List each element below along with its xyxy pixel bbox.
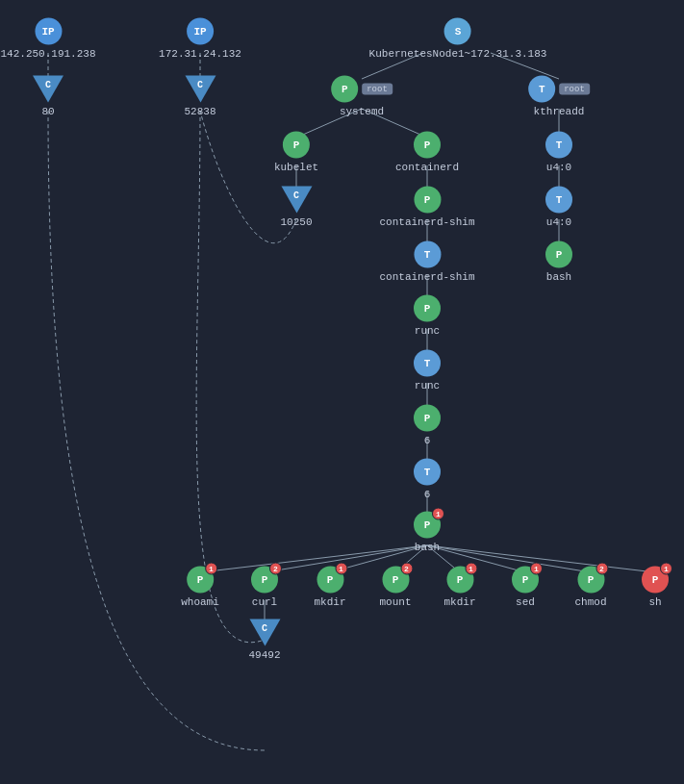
kubelet-label: kubelet xyxy=(274,162,318,173)
c52838-label: 52838 xyxy=(184,106,215,117)
c80-label: 80 xyxy=(41,106,54,117)
ip2-node: IP 172.31.24.132 xyxy=(159,18,241,60)
mkdir1-alert: 1 xyxy=(335,563,347,575)
runc-p-label: runc xyxy=(415,325,440,337)
c10250-node: C 10250 xyxy=(280,187,312,228)
curl-circle: P 2 xyxy=(251,567,278,594)
sh-label: sh xyxy=(648,596,661,608)
kubelet-circle: P xyxy=(283,132,310,159)
server-node: S KubernetesNode1~172.31.3.183 xyxy=(369,18,547,60)
containerd-node: P containerd xyxy=(395,132,459,173)
c49492-node: C 49492 xyxy=(248,620,280,661)
bash-main-alert: 1 xyxy=(432,508,444,520)
edge-layer xyxy=(0,0,684,784)
containerd-shim-p-label: containerd-shim xyxy=(379,216,474,228)
sh-alert: 1 xyxy=(660,563,672,575)
c10250-label: 10250 xyxy=(280,216,312,228)
server-label: KubernetesNode1~172.31.3.183 xyxy=(369,48,547,60)
systemd-circle: P xyxy=(331,76,358,103)
chmod-circle: P 2 xyxy=(577,567,604,594)
sed-circle: P 1 xyxy=(512,567,539,594)
whoami-node: P 1 whoami xyxy=(181,567,219,608)
mkdir2-label: mkdir xyxy=(443,596,475,608)
c52838-node: C 52838 xyxy=(184,76,215,117)
containerd-shim-t-node: T containerd-shim xyxy=(379,241,474,283)
bash-p1-circle: P xyxy=(545,241,572,268)
bash-p1-node: P bash xyxy=(545,241,572,283)
u4-t1-label: u4:0 xyxy=(546,162,571,173)
mount-circle: P 2 xyxy=(382,567,409,594)
sed-alert: 1 xyxy=(530,563,543,575)
sh-node: P 1 sh xyxy=(642,567,669,608)
mkdir1-label: mkdir xyxy=(314,596,345,608)
ip1-node: IP 142.250.191.238 xyxy=(0,18,95,60)
systemd-tag: root xyxy=(362,84,393,95)
whoami-circle: P 1 xyxy=(187,567,214,594)
t6-label: 6 xyxy=(424,489,431,500)
u4-t2-label: u4:0 xyxy=(546,216,571,228)
sh-circle: P 1 xyxy=(642,567,669,594)
containerd-label: containerd xyxy=(395,162,459,173)
chmod-node: P 2 chmod xyxy=(574,567,606,608)
curl-label: curl xyxy=(252,596,277,608)
whoami-label: whoami xyxy=(181,596,219,608)
runc-t-node: T runc xyxy=(414,350,441,392)
kthreadd-node: T root kthreadd xyxy=(528,76,590,117)
c49492-label: 49492 xyxy=(248,649,280,661)
bash-main-circle: P 1 xyxy=(414,512,441,539)
mkdir2-node: P 1 mkdir xyxy=(443,567,475,608)
whoami-alert: 1 xyxy=(205,563,217,575)
runc-p-node: P runc xyxy=(414,295,441,337)
bash-p1-label: bash xyxy=(546,271,571,283)
sed-node: P 1 sed xyxy=(512,567,539,608)
t6-circle: T xyxy=(414,459,441,486)
ip1-label: 142.250.191.238 xyxy=(0,48,95,60)
mkdir2-alert: 1 xyxy=(465,563,477,575)
runc-t-label: runc xyxy=(415,380,440,392)
server-circle: S xyxy=(444,18,471,45)
mkdir2-circle: P 1 xyxy=(446,567,473,594)
u4-t1-circle: T xyxy=(545,132,572,159)
p6-label: 6 xyxy=(424,435,431,446)
u4-t2-node: T u4:0 xyxy=(545,187,572,228)
containerd-shim-t-label: containerd-shim xyxy=(379,271,474,283)
kthreadd-circle: T xyxy=(528,76,555,103)
c80-node: C 80 xyxy=(33,76,63,117)
bash-main-node: P 1 bash xyxy=(414,512,441,553)
t6-node: T 6 xyxy=(414,459,441,500)
p6-node: P 6 xyxy=(414,405,441,446)
kubelet-node: P kubelet xyxy=(274,132,318,173)
u4-t2-circle: T xyxy=(545,187,572,214)
mount-alert: 2 xyxy=(400,563,413,575)
ip2-label: 172.31.24.132 xyxy=(159,48,241,60)
p6-circle: P xyxy=(414,405,441,432)
ip2-circle: IP xyxy=(187,18,214,45)
mount-label: mount xyxy=(379,596,411,608)
kthreadd-label: kthreadd xyxy=(534,106,585,117)
containerd-shim-p-node: P containerd-shim xyxy=(379,187,474,228)
chmod-alert: 2 xyxy=(595,563,608,575)
systemd-label: systemd xyxy=(340,106,384,117)
containerd-circle: P xyxy=(414,132,441,159)
containerd-shim-p-circle: P xyxy=(414,187,441,214)
bash-main-label: bash xyxy=(415,542,440,553)
graph-container: IP 142.250.191.238 IP 172.31.24.132 S Ku… xyxy=(0,0,684,784)
ip1-circle: IP xyxy=(35,18,62,45)
runc-t-circle: T xyxy=(414,350,441,377)
kthreadd-tag: root xyxy=(559,84,590,95)
chmod-label: chmod xyxy=(574,596,606,608)
containerd-shim-t-circle: T xyxy=(414,241,441,268)
curl-alert: 2 xyxy=(269,563,282,575)
mkdir1-circle: P 1 xyxy=(317,567,343,594)
mount-node: P 2 mount xyxy=(379,567,411,608)
runc-p-circle: P xyxy=(414,295,441,322)
mkdir1-node: P 1 mkdir xyxy=(314,567,345,608)
sed-label: sed xyxy=(516,596,535,608)
u4-t1-node: T u4:0 xyxy=(545,132,572,173)
systemd-node: P root systemd xyxy=(331,76,393,117)
curl-node: P 2 curl xyxy=(251,567,278,608)
